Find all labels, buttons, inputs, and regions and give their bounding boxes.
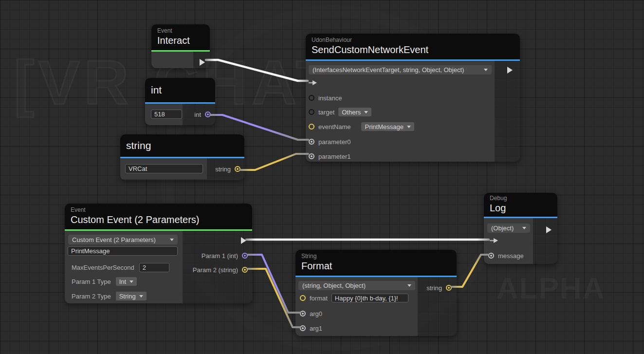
flow-in-port[interactable] [490, 238, 498, 243]
node-header: Debug Log [484, 193, 557, 217]
alpha-watermark: ALPHA [497, 271, 606, 305]
parameter0-port-label: parameter0 [318, 138, 350, 146]
arg1-port-label: arg1 [310, 325, 322, 332]
chevron-down-icon [484, 69, 488, 71]
chevron-down-icon [170, 239, 174, 241]
node-custom-event[interactable]: Event Custom Event (2 Parameters) Custom… [65, 204, 252, 303]
parameter1-port-label: parameter1 [318, 153, 350, 160]
chevron-down-icon [364, 111, 368, 113]
param1-type-value: Int [119, 278, 126, 285]
node-header: int [145, 78, 215, 102]
node-header: String Format [295, 250, 457, 276]
event-name-input[interactable]: PrintMessage [68, 246, 178, 256]
chevron-down-icon [129, 280, 133, 283]
parameter1-port[interactable] [309, 153, 314, 159]
node-header: string [120, 134, 244, 157]
node-title: Interact [157, 35, 204, 46]
flow-out-port[interactable] [507, 67, 513, 74]
signature-dropdown-value: (Object) [491, 224, 514, 232]
custom-event-dropdown-value: Custom Event (2 Parameters) [72, 236, 156, 243]
int-value-input[interactable]: 518 [151, 110, 182, 119]
node-int-constant[interactable]: int 518 int [145, 78, 215, 125]
node-format[interactable]: String Format (string, Object, Object) s… [295, 250, 457, 336]
output-port-label: string [215, 166, 231, 173]
param2-output-label: Param 2 (string) [193, 266, 238, 274]
param1-type-label: Param 1 Type [72, 278, 111, 285]
target-port-label: target [318, 109, 334, 116]
flow-in-port[interactable] [309, 80, 317, 86]
format-port[interactable] [300, 295, 306, 301]
format-value-input[interactable]: Happy {0}th b-day, {1}! [331, 294, 408, 302]
event-name-dropdown-value: PrintMessage [365, 123, 403, 130]
chevron-down-icon [522, 227, 526, 229]
param2-type-label: Param 2 Type [72, 293, 111, 300]
node-send-custom-network-event[interactable]: UdonBehaviour SendCustomNetworkEvent (In… [306, 34, 520, 162]
node-title: string [126, 140, 239, 151]
node-body-panel [151, 52, 193, 68]
parameter0-port[interactable] [309, 139, 314, 145]
max-events-input[interactable]: 2 [139, 263, 169, 272]
arg0-port[interactable] [300, 311, 306, 317]
node-title: SendCustomNetworkEvent [312, 44, 514, 56]
chevron-down-icon [407, 284, 411, 287]
node-title: int [151, 84, 209, 96]
node-category: UdonBehaviour [312, 37, 514, 43]
node-category: Event [157, 27, 204, 34]
target-dropdown[interactable]: Others [338, 108, 371, 116]
instance-port-label: instance [318, 94, 342, 102]
chevron-down-icon [139, 295, 143, 298]
node-title: Custom Event (2 Parameters) [71, 214, 246, 225]
param2-type-value: String [119, 293, 136, 300]
param1-output-port[interactable] [242, 253, 248, 259]
int-output-port[interactable] [205, 112, 211, 117]
node-string-constant[interactable]: string VRCat string [120, 134, 244, 180]
event-name-dropdown[interactable]: PrintMessage [361, 122, 414, 131]
string-value-input[interactable]: VRCat [125, 164, 203, 173]
chevron-down-icon [407, 126, 411, 128]
message-port-label: message [498, 252, 524, 260]
flow-out-port[interactable] [241, 237, 246, 244]
event-name-port[interactable] [309, 124, 314, 130]
node-title: Log [490, 202, 552, 214]
node-log[interactable]: Debug Log (Object) message [484, 193, 557, 264]
param2-type-dropdown[interactable]: String [116, 292, 147, 300]
signature-dropdown[interactable]: (string, Object, Object) [298, 281, 415, 290]
node-interact[interactable]: Event Interact [151, 24, 210, 68]
message-port[interactable] [488, 253, 494, 259]
flow-out-port[interactable] [200, 59, 205, 66]
target-dropdown-value: Others [342, 109, 361, 116]
max-events-label: MaxEventsPerSecond [72, 264, 134, 271]
signature-dropdown[interactable]: (Object) [487, 224, 530, 233]
node-category: Debug [490, 195, 552, 202]
arg1-port[interactable] [300, 325, 306, 331]
custom-event-dropdown[interactable]: Custom Event (2 Parameters) [68, 235, 178, 244]
signature-dropdown-value: (string, Object, Object) [302, 282, 366, 289]
node-title: Format [301, 260, 451, 272]
param2-output-port[interactable] [242, 267, 248, 273]
string-output-port[interactable] [446, 285, 452, 291]
node-header: Event Custom Event (2 Parameters) [65, 204, 252, 229]
instance-port[interactable] [309, 95, 314, 101]
node-category: Event [71, 206, 246, 213]
signature-dropdown-value: (InterfacesNetworkEventTarget, string, O… [313, 66, 464, 74]
string-output-port[interactable] [235, 166, 240, 172]
arg0-port-label: arg0 [310, 310, 322, 317]
string-output-label: string [426, 284, 442, 292]
target-port[interactable] [309, 109, 314, 115]
flow-out-port[interactable] [546, 226, 552, 233]
node-category: String [301, 253, 451, 260]
signature-dropdown[interactable]: (InterfacesNetworkEventTarget, string, O… [309, 65, 492, 75]
format-port-label: format [310, 295, 328, 302]
param1-type-dropdown[interactable]: Int [116, 277, 137, 286]
event-name-port-label: eventName [318, 123, 350, 130]
node-header: UdonBehaviour SendCustomNetworkEvent [306, 34, 520, 59]
output-port-label: int [194, 111, 201, 118]
node-header: Event Interact [151, 24, 210, 50]
param1-output-label: Param 1 (int) [202, 252, 238, 260]
